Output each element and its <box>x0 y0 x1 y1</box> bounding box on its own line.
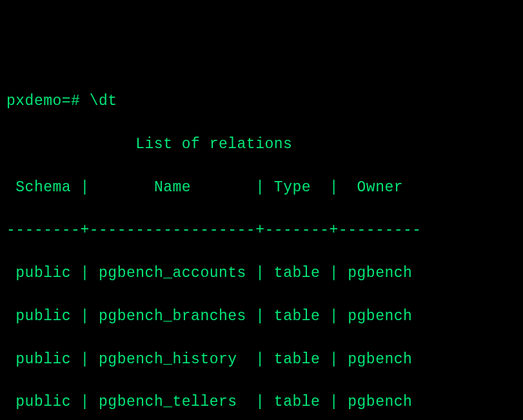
table-row: public | pgbench_history | table | pgben… <box>6 349 517 370</box>
relations-header-line: Schema | Name | Type | Owner <box>6 177 517 198</box>
header-name: Name <box>154 179 191 196</box>
header-schema: Schema <box>15 179 71 196</box>
table-row: public | pgbench_accounts | table | pgbe… <box>6 263 517 284</box>
prompt: pxdemo=# <box>6 93 80 110</box>
table-row: public | pgbench_branches | table | pgbe… <box>6 306 517 327</box>
header-owner: Owner <box>357 179 404 196</box>
prompt-line-1[interactable]: pxdemo=# \dt <box>6 91 517 112</box>
relations-separator: --------+------------------+-------+----… <box>6 220 517 241</box>
table-row: public | pgbench_tellers | table | pgben… <box>6 392 517 413</box>
relations-title-line: List of relations <box>6 134 517 155</box>
relations-title: List of relations <box>135 136 292 153</box>
header-type: Type <box>274 179 311 196</box>
command-dt: \dt <box>90 93 117 110</box>
